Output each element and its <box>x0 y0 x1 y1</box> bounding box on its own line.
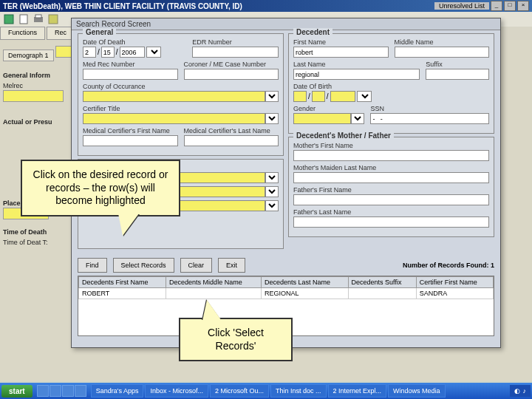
lbl-certtitle: Certifier Title <box>83 105 279 112</box>
task-item[interactable]: Sandra's Apps <box>91 384 144 398</box>
lbl-flast: Father's Last Name <box>293 208 489 216</box>
ssn-input[interactable] <box>370 113 489 124</box>
lbl-coroner: Coroner / ME Case Number <box>184 61 279 68</box>
svg-rect-1 <box>20 15 27 24</box>
fieldset-decedent: Decedent First Name Middle Name Last Nam… <box>288 33 494 134</box>
lbl-mcfirst: Medical Certifier's First Name <box>83 127 178 134</box>
menu-unresolved[interactable]: Unresolved List <box>434 2 489 10</box>
callout-select-row: Click on the desired record or records –… <box>21 160 180 216</box>
dob-m[interactable] <box>293 91 307 102</box>
lbl-first: First Name <box>293 38 389 46</box>
task-item[interactable]: Thin Inst doc ... <box>270 384 327 398</box>
dob-d[interactable] <box>312 91 325 102</box>
new-icon[interactable] <box>18 13 30 25</box>
lbl-middle: Middle Name <box>395 38 490 46</box>
dod-day[interactable] <box>101 47 115 58</box>
mclast-input[interactable] <box>184 135 279 146</box>
extra-dd-1[interactable] <box>265 172 279 183</box>
taskbar: start Sandra's Apps Inbox - Microsof... … <box>0 383 532 399</box>
th-suffix[interactable]: Decedents Suffix <box>348 277 416 288</box>
th-first[interactable]: Decedents First Name <box>79 277 166 288</box>
th-last[interactable]: Decedents Last Name <box>262 277 349 288</box>
ffirst-input[interactable] <box>293 194 489 205</box>
lbl-ffirst: Father's First Name <box>293 186 489 194</box>
print-icon[interactable] <box>33 13 44 25</box>
dob-picker[interactable] <box>357 91 372 102</box>
table-row[interactable]: ROBERT REGIONAL SANDRA <box>79 288 494 299</box>
first-input[interactable] <box>293 47 389 58</box>
callout-select-records: Click 'Select Records' <box>179 318 293 361</box>
window-title: TER (WebDeath), WEB THIN CLIENT FACILITY… <box>3 2 434 10</box>
lbl-mfirst: Mother's First Name <box>293 142 489 149</box>
exit-button[interactable]: Exit <box>218 258 245 273</box>
ql-icon[interactable] <box>75 385 86 397</box>
gender-dd[interactable] <box>351 113 364 124</box>
lbl-dod: Date Of Death <box>83 38 186 46</box>
lbl-ssn: SSN <box>370 105 489 112</box>
maximize-button[interactable]: □ <box>504 1 516 11</box>
lbl-mclast: Medical Certifier's Last Name <box>184 127 279 134</box>
county-dd[interactable] <box>265 91 279 102</box>
button-row: Find Select Records Clear Exit Number of… <box>72 255 500 276</box>
tray-icon: ♪ <box>523 387 527 395</box>
fieldset-mother-father: Decedent's Mother / Father Mother's Firs… <box>288 137 494 237</box>
lbl-dob: Date Of Birth <box>293 83 489 90</box>
dod-picker[interactable] <box>146 47 161 58</box>
tray-icon: ◐ <box>514 387 520 395</box>
gender-input[interactable] <box>293 113 351 124</box>
th-cert[interactable]: Certifier First Name <box>416 277 493 288</box>
task-item[interactable]: Inbox - Microsof... <box>145 384 208 398</box>
middle-input[interactable] <box>395 47 490 58</box>
select-records-button[interactable]: Select Records <box>113 258 174 273</box>
suffix-input[interactable] <box>426 69 489 80</box>
dob-y[interactable] <box>330 91 355 102</box>
legend-decedent: Decedent <box>293 28 332 36</box>
save-icon[interactable] <box>3 13 15 25</box>
task-item[interactable]: 2 Internet Expl... <box>328 384 387 398</box>
lbl-county: County of Occurance <box>83 83 279 90</box>
dod-year[interactable] <box>120 47 145 58</box>
lbl-edr: EDR Number <box>192 38 279 46</box>
legend-general: General <box>83 28 116 36</box>
dialog-title: Search Record Screen <box>72 18 500 30</box>
tab-demograph[interactable]: Demograph 1 <box>3 50 54 61</box>
lbl-suffix: Suffix <box>426 61 489 68</box>
clear-button[interactable]: Clear <box>180 258 213 273</box>
lbl-gender: Gender <box>293 105 364 112</box>
fieldset-general: General Date Of Death / / <box>78 33 284 156</box>
task-item[interactable]: 2 Microsoft Ou... <box>210 384 269 398</box>
coroner-input[interactable] <box>184 69 279 80</box>
mfirst-input[interactable] <box>293 150 489 161</box>
county-input[interactable] <box>83 91 265 102</box>
lbl-last: Last Name <box>293 61 420 68</box>
certtitle-input[interactable] <box>83 113 265 124</box>
bg-field <box>3 90 64 102</box>
mmaiden-input[interactable] <box>293 172 489 183</box>
minimize-button[interactable]: _ <box>491 1 502 11</box>
callout-tail <box>118 214 139 236</box>
last-input[interactable] <box>293 69 420 80</box>
start-button[interactable]: start <box>1 385 33 398</box>
window-titlebar: TER (WebDeath), WEB THIN CLIENT FACILITY… <box>0 0 532 12</box>
medrec-input[interactable] <box>83 69 178 80</box>
edr-input[interactable] <box>192 47 279 58</box>
legend-mother: Decedent's Mother / Father <box>293 132 394 140</box>
lbl-medrec: Med Rec Number <box>83 61 178 68</box>
certtitle-dd[interactable] <box>265 113 279 124</box>
tab-functions[interactable]: Functions <box>0 27 45 40</box>
mcfirst-input[interactable] <box>83 135 178 146</box>
svg-rect-3 <box>35 15 41 18</box>
dod-month[interactable] <box>83 47 96 58</box>
close-button[interactable]: × <box>517 1 529 11</box>
system-tray[interactable]: ◐♪ <box>510 385 531 397</box>
ql-icon[interactable] <box>37 385 49 397</box>
task-item[interactable]: Windows Media <box>388 384 446 398</box>
extra-dd-3[interactable] <box>265 200 279 211</box>
th-middle[interactable]: Decedents Middle Name <box>166 277 262 288</box>
ql-icon[interactable] <box>50 385 61 397</box>
ql-icon[interactable] <box>62 385 74 397</box>
flast-input[interactable] <box>293 216 489 228</box>
find-button[interactable]: Find <box>78 258 107 273</box>
tool-icon[interactable] <box>47 13 59 25</box>
extra-dd-2[interactable] <box>265 186 279 197</box>
